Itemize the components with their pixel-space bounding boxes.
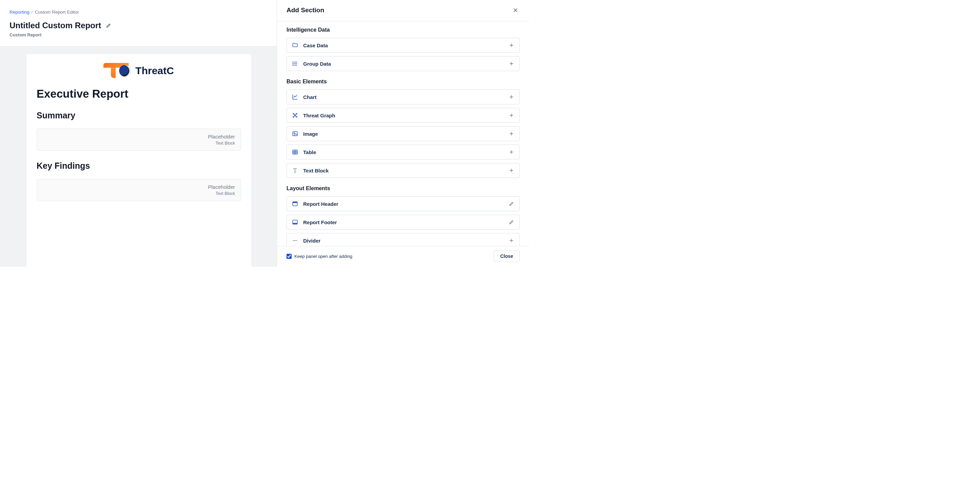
- divider-icon: [292, 237, 298, 244]
- logo-mark-icon: [103, 63, 133, 79]
- section-option-label: Threat Graph: [303, 113, 335, 118]
- section-option-label: Group Data: [303, 61, 331, 67]
- keep-panel-open-label: Keep panel open after adding: [294, 254, 353, 259]
- report-title: Executive Report: [37, 87, 241, 100]
- breadcrumb-link-reporting[interactable]: Reporting: [10, 10, 30, 14]
- report-section-heading: Key Findings: [37, 161, 241, 171]
- breadcrumb: Reporting / Custom Report Editor: [0, 0, 277, 14]
- panel-group-heading: Basic Elements: [286, 79, 520, 85]
- svg-rect-25: [293, 132, 298, 136]
- svg-rect-39: [293, 202, 298, 203]
- section-option-label: Report Header: [303, 201, 338, 207]
- report-section-heading: Summary: [37, 111, 241, 121]
- section-option-label: Chart: [303, 94, 317, 100]
- section-option-table[interactable]: Table: [286, 145, 520, 159]
- section-option-label: Image: [303, 131, 318, 137]
- page-subtitle: Custom Report: [0, 32, 277, 37]
- chart-line-icon: [292, 94, 298, 100]
- panel-group: Intelligence Data Case Data Group Data: [286, 27, 520, 71]
- svg-rect-29: [293, 150, 298, 154]
- section-option-case-data[interactable]: Case Data: [286, 38, 520, 53]
- plus-icon: [508, 149, 514, 155]
- edit-title-button[interactable]: [104, 21, 113, 30]
- breadcrumb-separator: /: [32, 10, 33, 14]
- placeholder-title: Placeholder: [43, 184, 235, 190]
- placeholder-subtitle: Text Block: [43, 141, 235, 146]
- svg-point-7: [293, 62, 293, 63]
- section-option-label: Case Data: [303, 43, 328, 48]
- keep-panel-open-checkbox[interactable]: [286, 254, 292, 259]
- plus-icon: [508, 130, 514, 137]
- pencil-icon: [508, 219, 514, 225]
- section-option-report-footer[interactable]: Report Footer: [286, 215, 520, 230]
- report-page: ThreatC Executive Report Summary Placeho…: [27, 54, 251, 267]
- plus-icon: [508, 112, 514, 118]
- main-column: Reporting / Custom Report Editor Untitle…: [0, 0, 277, 267]
- page-title-row: Untitled Custom Report: [0, 14, 277, 32]
- plus-icon: [508, 167, 514, 173]
- panel-header: Add Section: [277, 0, 529, 21]
- plus-icon: [508, 94, 514, 100]
- section-option-threat-graph[interactable]: Threat Graph: [286, 108, 520, 123]
- placeholder-title: Placeholder: [43, 134, 235, 140]
- panel-group-heading: Intelligence Data: [286, 27, 520, 33]
- report-logo: ThreatC: [37, 63, 241, 79]
- graph-nodes-icon: [292, 112, 298, 119]
- logo-text: ThreatC: [135, 65, 174, 76]
- logo: ThreatC: [103, 63, 174, 79]
- svg-point-8: [293, 63, 293, 64]
- section-option-image[interactable]: Image: [286, 126, 520, 141]
- text-icon: [292, 167, 298, 174]
- page-title: Untitled Custom Report: [10, 21, 101, 30]
- svg-line-20: [295, 114, 296, 115]
- report-sections: Summary Placeholder Text Block Key Findi…: [37, 111, 241, 201]
- keep-panel-open-toggle[interactable]: Keep panel open after adding: [286, 254, 353, 259]
- report-canvas: ThreatC Executive Report Summary Placeho…: [0, 47, 277, 267]
- list-icon: [292, 60, 298, 67]
- section-option-chart[interactable]: Chart: [286, 89, 520, 105]
- svg-point-26: [294, 133, 295, 134]
- panel-group-heading: Layout Elements: [286, 185, 520, 192]
- section-option-label: Divider: [303, 238, 321, 243]
- panel-close-button[interactable]: [511, 6, 520, 14]
- svg-point-9: [293, 65, 293, 66]
- svg-line-22: [295, 116, 296, 116]
- folder-icon: [292, 42, 298, 49]
- plus-icon: [508, 42, 514, 48]
- panel-group: Basic Elements Chart Threat Graph Image …: [286, 79, 520, 178]
- section-option-label: Report Footer: [303, 219, 337, 225]
- panel-group: Layout Elements Report Header Report Foo…: [286, 185, 520, 246]
- svg-rect-41: [293, 223, 298, 224]
- section-option-group-data[interactable]: Group Data: [286, 56, 520, 71]
- close-icon: [512, 7, 519, 13]
- breadcrumb-current: Custom Report Editor: [35, 10, 79, 14]
- panel-footer: Keep panel open after adding Close: [277, 246, 529, 267]
- svg-line-21: [294, 116, 295, 116]
- section-option-text-block[interactable]: Text Block: [286, 163, 520, 178]
- footer-icon: [292, 219, 298, 226]
- plus-icon: [508, 237, 514, 243]
- plus-icon: [508, 60, 514, 67]
- section-option-label: Table: [303, 149, 316, 155]
- panel-title: Add Section: [286, 6, 324, 14]
- header-icon: [292, 200, 298, 207]
- close-button[interactable]: Close: [494, 250, 520, 262]
- pencil-icon: [508, 201, 514, 207]
- placeholder-subtitle: Text Block: [43, 191, 235, 196]
- placeholder-block[interactable]: Placeholder Text Block: [37, 179, 241, 201]
- section-option-report-header[interactable]: Report Header: [286, 196, 520, 211]
- section-option-divider[interactable]: Divider: [286, 233, 520, 246]
- pencil-icon: [106, 23, 111, 28]
- svg-line-19: [294, 114, 295, 115]
- add-section-panel: Add Section Intelligence Data Case Data …: [277, 0, 529, 267]
- panel-body: Intelligence Data Case Data Group Data B…: [277, 21, 529, 246]
- section-option-label: Text Block: [303, 168, 329, 173]
- table-icon: [292, 149, 298, 156]
- image-icon: [292, 130, 298, 137]
- placeholder-block[interactable]: Placeholder Text Block: [37, 129, 241, 151]
